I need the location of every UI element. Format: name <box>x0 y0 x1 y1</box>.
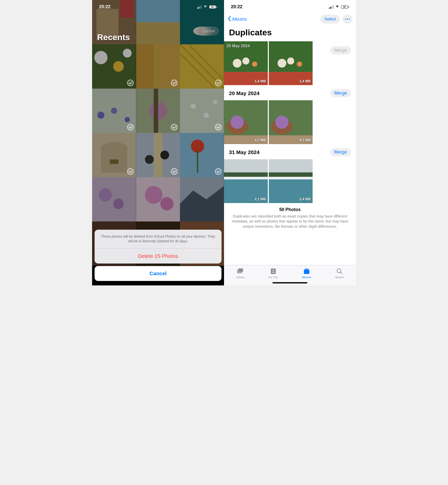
duplicates-description: Duplicates are classified both as exact … <box>229 214 351 229</box>
status-time: 20:22 <box>231 4 242 9</box>
svg-rect-77 <box>271 269 276 274</box>
back-label: Albums <box>232 17 247 22</box>
more-icon <box>345 18 350 20</box>
svg-rect-81 <box>305 268 308 269</box>
delete-action-sheet: These photos will be deleted from iCloud… <box>95 230 222 281</box>
file-size-label: 1,4 MB <box>299 79 311 83</box>
duplicate-photo[interactable]: 20 May 2024 1,4 MB <box>224 41 268 85</box>
recents-screen: 20:22 80 Recents Cancel These photos wil… <box>92 0 224 285</box>
duplicates-screen: 20:22 80 Albums Select Duplicates <box>224 0 356 285</box>
cancel-selection-button[interactable]: Cancel <box>198 27 219 36</box>
svg-point-53 <box>252 61 257 67</box>
photo-thumb[interactable] <box>180 177 224 221</box>
photo-thumb[interactable] <box>136 133 180 177</box>
delete-photos-button[interactable]: Delete 15 Photos <box>95 249 222 264</box>
duplicate-photo[interactable]: 4,7 MB <box>224 100 268 144</box>
duplicate-pair: 2,1 MB 2,4 MB <box>224 159 356 203</box>
wifi-icon <box>335 4 339 9</box>
merge-button[interactable]: Merge <box>330 46 351 54</box>
chevron-left-icon <box>227 16 231 23</box>
svg-rect-80 <box>304 269 309 270</box>
photo-thumb[interactable] <box>92 89 136 133</box>
file-size-label: 4,7 MB <box>299 138 311 142</box>
file-size-label: 4,7 MB <box>255 138 266 142</box>
duplicate-pair: 4,7 MB 4,7 MB <box>224 100 356 144</box>
svg-point-57 <box>287 57 294 64</box>
file-size-label: 2,4 MB <box>299 197 311 201</box>
status-bar: 20:22 80 <box>92 0 224 14</box>
svg-point-46 <box>345 19 346 20</box>
svg-point-51 <box>233 59 241 67</box>
svg-point-61 <box>230 116 244 129</box>
status-bar: 20:22 80 <box>224 0 356 14</box>
svg-point-65 <box>275 116 288 129</box>
battery-icon: 80 <box>209 5 217 9</box>
duplicate-photo[interactable]: 2,1 MB <box>224 159 268 203</box>
signal-icon <box>197 5 202 9</box>
merge-button[interactable]: Merge <box>330 148 351 156</box>
page-title: Duplicates <box>224 26 356 41</box>
sheet-message: These photos will be deleted from iCloud… <box>95 230 222 249</box>
file-size-label: 2,1 MB <box>255 197 266 201</box>
foryou-icon <box>270 268 277 275</box>
photo-thumb[interactable] <box>180 44 224 89</box>
photo-thumb[interactable] <box>92 44 136 89</box>
photo-thumb[interactable] <box>180 133 224 177</box>
selection-check-icon <box>127 168 134 175</box>
svg-line-83 <box>340 272 342 274</box>
photo-thumb[interactable] <box>180 89 224 133</box>
svg-rect-54 <box>269 41 313 72</box>
file-size-label: 1,4 MB <box>255 79 266 83</box>
tab-albums[interactable]: Albums <box>302 268 311 279</box>
duplicate-photo[interactable]: 2,4 MB <box>269 159 313 203</box>
library-icon <box>236 268 244 275</box>
tab-search[interactable]: Search <box>335 268 344 279</box>
back-button[interactable]: Albums <box>227 16 247 23</box>
tab-foryou[interactable]: For You <box>269 268 278 279</box>
group-date: 20 May 2024 <box>229 90 260 96</box>
photo-date-overlay: 20 May 2024 <box>226 44 250 48</box>
svg-rect-78 <box>272 272 275 272</box>
photo-thumb[interactable] <box>92 177 136 221</box>
more-button[interactable] <box>342 15 352 24</box>
selection-check-icon <box>215 80 222 86</box>
home-indicator[interactable] <box>273 282 307 283</box>
selection-check-icon <box>127 80 134 86</box>
tab-library[interactable]: Library <box>236 268 244 279</box>
home-indicator[interactable] <box>141 282 175 283</box>
albums-icon <box>303 268 310 275</box>
group-date: 31 May 2024 <box>229 149 260 155</box>
svg-rect-50 <box>224 72 268 85</box>
status-time: 20:22 <box>99 4 111 9</box>
duplicate-photo[interactable]: 4,7 MB <box>269 100 313 144</box>
search-icon <box>336 268 343 275</box>
page-title: Recents <box>97 32 130 42</box>
nav-header: Albums Select <box>224 14 356 26</box>
svg-point-56 <box>278 59 286 67</box>
svg-rect-79 <box>304 270 309 274</box>
photo-count: 50 Photos <box>229 207 351 212</box>
select-button[interactable]: Select <box>320 15 340 24</box>
photo-thumb[interactable] <box>136 177 180 221</box>
selection-check-icon <box>127 124 134 130</box>
svg-rect-69 <box>224 177 268 179</box>
battery-icon: 80 <box>341 5 349 9</box>
sheet-cancel-button[interactable]: Cancel <box>95 266 222 281</box>
selection-check-icon <box>215 124 222 130</box>
photo-thumb[interactable] <box>92 133 136 177</box>
duplicate-photo[interactable]: 1,4 MB <box>269 41 313 85</box>
svg-point-52 <box>242 57 249 64</box>
merge-button[interactable]: Merge <box>330 89 351 97</box>
photo-thumb[interactable] <box>136 44 180 89</box>
svg-point-58 <box>297 61 302 67</box>
photo-thumb[interactable] <box>136 89 180 133</box>
wifi-icon <box>203 4 208 9</box>
svg-point-47 <box>347 19 348 20</box>
selection-check-icon <box>215 168 222 175</box>
svg-rect-55 <box>269 72 313 85</box>
svg-rect-76 <box>238 268 243 272</box>
svg-point-48 <box>349 19 350 20</box>
signal-icon <box>329 5 334 9</box>
svg-rect-73 <box>269 177 313 179</box>
